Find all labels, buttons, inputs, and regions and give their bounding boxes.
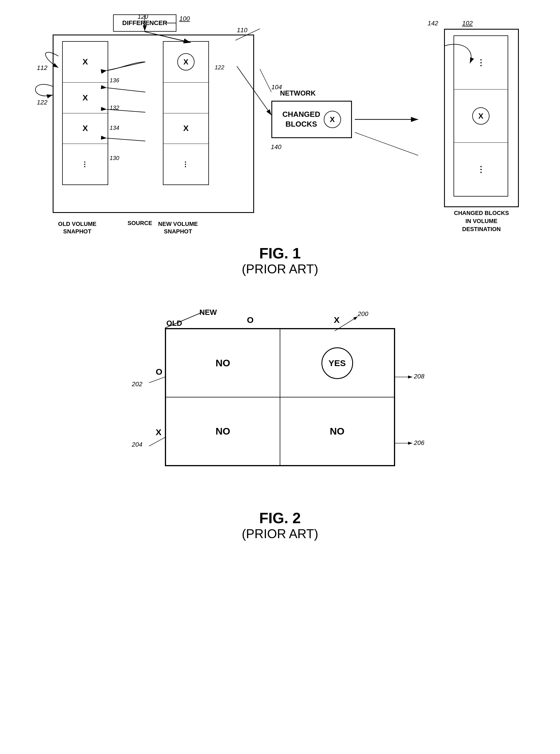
svg-line-17 [149,377,165,383]
ref-140: 140 [271,143,281,151]
fig2-caption: FIG. 2 (PRIOR ART) [242,509,318,541]
ref-110: 110 [237,26,247,34]
fig1-subtitle: (PRIOR ART) [242,262,318,276]
dest-inner: ⋮ X ⋮ [454,35,508,197]
ref-206: 206 [414,439,424,447]
ref-122-left: 122 [37,99,47,106]
ref-136: 136 [109,77,119,84]
new-vol-cell-3: X [163,113,208,144]
dest-cell-1: ⋮ [454,36,507,90]
old-volume: X X X ⋮ [62,41,108,185]
dest-circled-x: X [472,107,489,125]
ref-204: 204 [132,441,142,449]
new-vol-cell-1: X [163,42,208,83]
dest-cell-3: ⋮ [454,143,507,196]
dest-label: CHANGED BLOCKSIN VOLUMEDESTINATION [438,209,525,233]
changed-blocks-box: CHANGEDBLOCKS X [272,101,352,138]
changed-blocks-text: CHANGEDBLOCKS [282,110,320,129]
new-vol-circled-x-1: X [177,53,195,71]
ref-130: 130 [109,155,119,161]
fig2-table: NO YES NO NO [165,328,395,466]
network-label: NETWORK [280,89,316,97]
dest-box: 102 ⋮ X ⋮ 142 [444,29,519,207]
fig2-cell-ox: YES [280,329,394,397]
ref-142: 142 [427,20,438,27]
ref-200: 200 [358,310,368,318]
ref-132: 132 [109,104,119,111]
fig1-label: FIG. 1 [242,245,318,262]
old-header: OLD [166,319,182,328]
ref-120: 120 [138,13,148,20]
ref-208: 208 [414,373,424,380]
ref-134: 134 [109,125,119,131]
new-volume: X X ⋮ [163,41,209,185]
new-header: NEW [199,308,217,317]
ref-102: 102 [462,20,473,27]
new-vol-cell-2 [163,83,208,113]
ref-100: 100 [179,15,190,22]
new-volume-label: NEW VOLUME SNAPHOT [152,220,205,235]
svg-line-18 [149,437,165,446]
ref-122-right: 122 [215,64,224,71]
fig1-container: DIFFERENCER 100 120 110 112 122 X [12,12,548,276]
source-box: 112 122 X X X ⋮ [53,35,254,213]
new-vol-cell-4: ⋮ [163,144,208,184]
fig2-container: NEW OLD O X O X 200 202 204 206 208 [12,299,548,541]
svg-line-12 [355,132,418,155]
fig2-cell-xx: NO [280,397,394,465]
x-col-header: X [334,315,340,325]
o-col-header: O [247,315,254,325]
old-vol-cell-1: X [63,42,107,83]
fig2-cell-oo: NO [166,329,280,397]
ref-112: 112 [37,64,47,72]
page-container: DIFFERENCER 100 120 110 112 122 X [12,12,548,541]
fig1-caption: FIG. 1 (PRIOR ART) [242,245,318,276]
yes-circle: YES [321,348,353,379]
o-row-header: O [156,367,162,377]
x-row-header: X [156,428,161,437]
fig2-diagram: NEW OLD O X O X 200 202 204 206 208 [107,299,453,501]
dest-cell-2: X [454,90,507,143]
fig2-cell-xo: NO [166,397,280,465]
fig1-diagram: DIFFERENCER 100 120 110 112 122 X [35,12,525,236]
old-vol-cell-3: X [63,113,107,144]
fig2-subtitle: (PRIOR ART) [242,527,318,541]
svg-line-13 [260,69,272,92]
changed-blocks-circled-x: X [324,111,341,128]
old-vol-cell-2: X [63,83,107,113]
ref-202: 202 [132,380,142,388]
old-vol-cell-4: ⋮ [63,144,107,184]
fig2-label: FIG. 2 [242,509,318,527]
